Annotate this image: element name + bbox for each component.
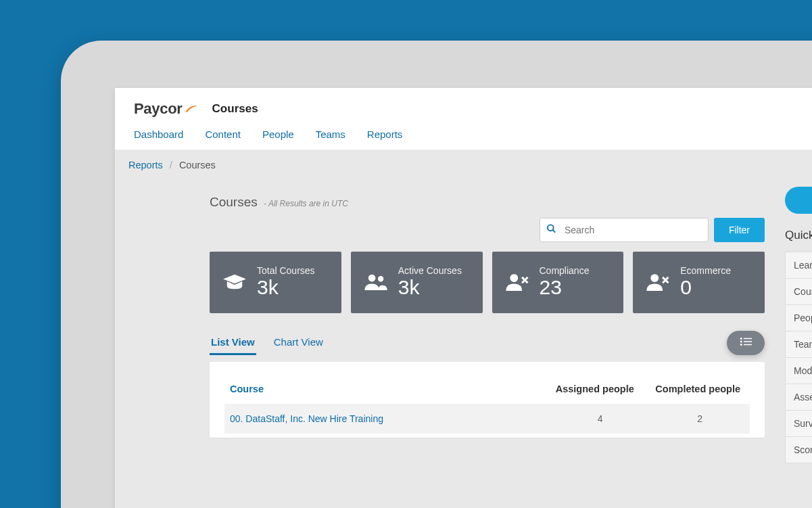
user-x-icon [645, 269, 671, 295]
view-tabs: List View Chart View [210, 331, 325, 355]
quick-report-assessments[interactable]: Assess [785, 384, 812, 410]
search-box [540, 218, 709, 242]
courses-table-card: Course Assigned people Completed people … [210, 362, 765, 438]
svg-point-2 [368, 274, 375, 281]
quick-reports-list: Learnin Course People Teams Module Asses… [785, 252, 812, 463]
nav-people[interactable]: People [262, 129, 294, 140]
nav-content[interactable]: Content [205, 129, 241, 140]
svg-point-10 [740, 344, 742, 346]
stat-label: Total Courses [257, 265, 315, 276]
stat-label: Compliance [540, 265, 590, 276]
breadcrumb-current: Courses [179, 160, 216, 170]
svg-point-5 [651, 274, 659, 282]
list-options-button[interactable] [727, 331, 765, 355]
tab-chart-view[interactable]: Chart View [272, 331, 325, 355]
cell-assigned: 4 [550, 404, 650, 434]
graduation-cap-icon [222, 269, 247, 295]
svg-point-8 [740, 341, 742, 343]
stat-cards: Total Courses 3k Active Courses 3k [210, 252, 765, 313]
stat-value: 0 [680, 276, 731, 298]
nav-dashboard[interactable]: Dashboard [134, 129, 183, 140]
page-title: Courses - All Results are in UTC [210, 195, 765, 210]
brand-name: Paycor [134, 100, 183, 118]
cell-completed: 2 [650, 404, 750, 434]
quick-report-scorm[interactable]: Scorm [785, 436, 812, 463]
svg-rect-7 [744, 338, 752, 340]
nav-reports[interactable]: Reports [367, 129, 403, 140]
breadcrumb-parent[interactable]: Reports [128, 160, 163, 170]
svg-point-0 [548, 225, 554, 231]
users-group-icon [363, 269, 389, 295]
svg-rect-9 [744, 341, 752, 342]
list-icon [740, 337, 752, 349]
stat-card-total-courses[interactable]: Total Courses 3k [210, 252, 341, 313]
stat-label: Active Courses [398, 265, 462, 276]
brand-logo: Paycor [134, 100, 199, 118]
stat-card-active-courses[interactable]: Active Courses 3k [351, 252, 483, 313]
side-action-button[interactable] [785, 187, 812, 214]
brand-swoosh-icon [185, 104, 197, 114]
breadcrumb: Reports / Courses [115, 150, 812, 180]
stat-value: 23 [540, 276, 590, 298]
breadcrumb-separator: / [170, 160, 172, 170]
quick-report-teams[interactable]: Teams [785, 331, 812, 357]
svg-point-6 [740, 338, 742, 340]
svg-rect-11 [744, 344, 752, 346]
quick-report-modules[interactable]: Module [785, 357, 812, 384]
quick-report-people[interactable]: People [785, 304, 812, 331]
svg-line-1 [553, 230, 555, 232]
nav-teams[interactable]: Teams [316, 129, 345, 140]
user-x-icon [504, 269, 530, 295]
quick-reports-title: Quick rep [785, 229, 812, 242]
main-nav: Dashboard Content People Teams Reports [115, 126, 812, 150]
col-assigned: Assigned people [550, 374, 650, 404]
topbar: Paycor Courses [115, 88, 812, 126]
quick-report-learning[interactable]: Learnin [785, 252, 812, 278]
stat-value: 3k [398, 276, 462, 298]
stat-card-compliance[interactable]: Compliance 23 [492, 252, 624, 313]
app-title: Courses [212, 102, 258, 116]
page-subtitle: - All Results are in UTC [264, 199, 348, 208]
filter-button[interactable]: Filter [714, 218, 765, 242]
col-completed: Completed people [650, 374, 750, 404]
courses-table: Course Assigned people Completed people … [224, 374, 750, 434]
quick-report-courses[interactable]: Course [785, 278, 812, 304]
svg-point-3 [378, 276, 383, 281]
stat-card-ecommerce[interactable]: Ecommerce 0 [633, 252, 765, 313]
tab-list-view[interactable]: List View [210, 331, 256, 355]
course-link[interactable]: 00. DataStaff, Inc. New Hire Training [230, 413, 383, 424]
stat-label: Ecommerce [680, 265, 731, 276]
stat-value: 3k [257, 276, 315, 298]
search-icon [546, 224, 556, 237]
quick-report-survey[interactable]: Survey [785, 410, 812, 436]
table-row: 00. DataStaff, Inc. New Hire Training 4 … [224, 404, 750, 434]
search-input[interactable] [540, 218, 709, 242]
col-course[interactable]: Course [224, 374, 550, 404]
svg-point-4 [510, 274, 518, 282]
